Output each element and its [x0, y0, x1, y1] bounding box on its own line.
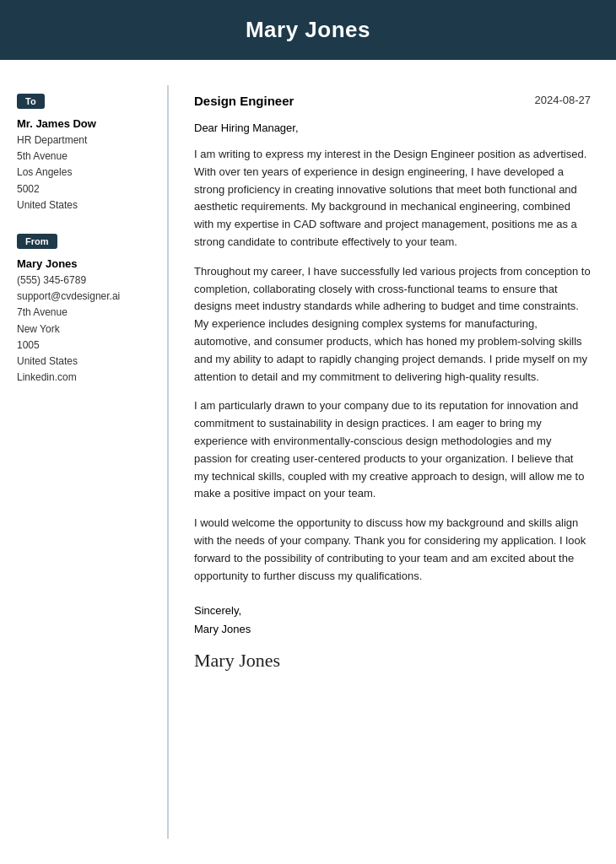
paragraph-3: I am particularly drawn to your company …: [194, 397, 591, 503]
paragraph-2: Throughout my career, I have successfull…: [194, 263, 591, 386]
body: To Mr. James Dow HR Department 5th Avenu…: [0, 60, 616, 864]
to-name: Mr. James Dow: [17, 117, 150, 130]
date: 2024-08-27: [535, 94, 592, 106]
to-line5: United States: [17, 197, 150, 213]
to-line4: 5002: [17, 181, 150, 197]
to-badge: To: [17, 94, 45, 109]
header: Mary Jones: [0, 0, 616, 60]
from-line5: Linkedin.com: [17, 370, 150, 386]
header-name: Mary Jones: [246, 17, 370, 42]
sidebar: To Mr. James Dow HR Department 5th Avenu…: [0, 85, 169, 839]
to-line1: HR Department: [17, 132, 150, 148]
from-name: Mary Jones: [17, 257, 150, 270]
signature: Mary Jones: [194, 645, 591, 676]
from-line4: United States: [17, 354, 150, 370]
from-line3: 1005: [17, 338, 150, 354]
closing-name: Mary Jones: [194, 620, 591, 639]
main-content: Design Engineer 2024-08-27 Dear Hiring M…: [169, 85, 616, 839]
from-badge: From: [17, 234, 57, 249]
to-line2: 5th Avenue: [17, 148, 150, 165]
from-email: support@cvdesigner.ai: [17, 289, 150, 305]
closing-word: Sincerely,: [194, 602, 591, 620]
salutation: Dear Hiring Manager,: [194, 122, 591, 134]
main-body: Dear Hiring Manager, I am writing to exp…: [194, 122, 591, 676]
paragraph-4: I would welcome the opportunity to discu…: [194, 515, 591, 585]
closing: Sincerely, Mary Jones Mary Jones: [194, 602, 591, 676]
from-line2: New York: [17, 321, 150, 338]
job-title: Design Engineer: [194, 94, 294, 108]
page: Mary Jones To Mr. James Dow HR Departmen…: [0, 0, 616, 864]
main-header-row: Design Engineer 2024-08-27: [194, 94, 591, 108]
from-section: From Mary Jones (555) 345-6789 support@c…: [17, 234, 150, 386]
to-line3: Los Angeles: [17, 165, 150, 181]
from-phone: (555) 345-6789: [17, 273, 150, 289]
to-section: To Mr. James Dow HR Department 5th Avenu…: [17, 94, 150, 213]
from-line1: 7th Avenue: [17, 305, 150, 321]
paragraph-1: I am writing to express my interest in t…: [194, 146, 591, 251]
